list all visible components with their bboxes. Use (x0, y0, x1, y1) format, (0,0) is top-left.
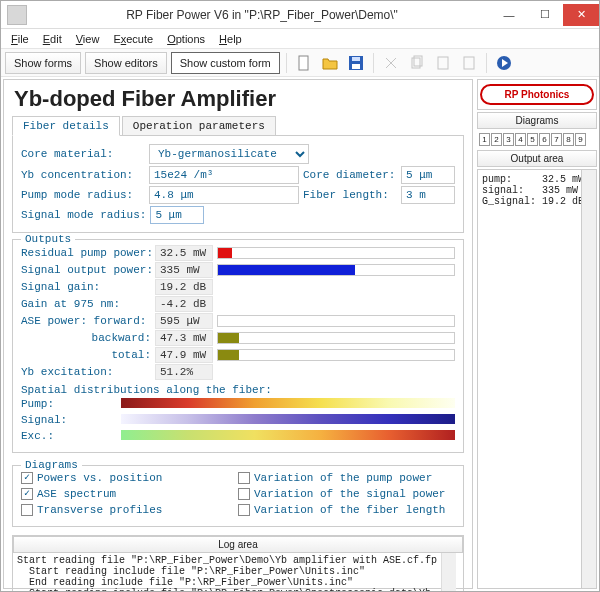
diagram-tab-5[interactable]: 5 (527, 133, 538, 146)
tab-bar: Fiber details Operation parameters (12, 116, 464, 136)
core-material-select[interactable]: Yb-germanosilicate (149, 144, 309, 164)
menu-options[interactable]: Options (161, 31, 211, 47)
residual-pump-value: 32.5 mW (155, 245, 213, 261)
maximize-button[interactable]: ☐ (527, 4, 563, 26)
signal-gradient (121, 414, 455, 424)
side-panel: RP Photonics Diagrams 1 2 3 4 5 6 7 8 9 … (477, 79, 597, 589)
variation-signal-checkbox[interactable]: Variation of the signal power (238, 488, 455, 500)
tab-fiber-details[interactable]: Fiber details (12, 116, 120, 136)
log-area-panel: Log area Start reading file "P:\RP_Fiber… (12, 535, 464, 592)
menu-view[interactable]: View (70, 31, 106, 47)
diagrams-panel-header: Diagrams (477, 112, 597, 129)
output-area-text[interactable]: pump: 32.5 mW signal: 335 mW G_signal: 1… (477, 169, 582, 589)
pump-mode-radius-label: Pump mode radius: (21, 189, 145, 201)
signal-mode-radius-label: Signal mode radius: (21, 209, 146, 221)
pump-gradient (121, 398, 455, 408)
copy-icon[interactable] (406, 52, 428, 74)
residual-pump-label: Residual pump power: (21, 247, 155, 259)
yb-concentration-input[interactable] (149, 166, 299, 184)
diagram-tab-9[interactable]: 9 (575, 133, 586, 146)
fiber-length-label: Fiber length: (303, 189, 397, 201)
ase-backward-bar (217, 332, 455, 344)
core-diameter-label: Core diameter: (303, 169, 397, 181)
show-custom-form-button[interactable]: Show custom form (171, 52, 280, 74)
close-button[interactable]: ✕ (563, 4, 599, 26)
pump-mode-radius-input[interactable] (149, 186, 299, 204)
ase-backward-value: 47.3 mW (155, 330, 213, 346)
residual-pump-bar (217, 247, 455, 259)
spatial-distributions-label: Spatial distributions along the fiber: (21, 384, 455, 396)
diagrams-legend: Diagrams (21, 459, 82, 471)
diagram-tab-8[interactable]: 8 (563, 133, 574, 146)
diagram-tab-3[interactable]: 3 (503, 133, 514, 146)
log-vertical-scrollbar[interactable] (441, 553, 456, 592)
diagrams-fieldset: Diagrams ✓Powers vs. position Variation … (12, 465, 464, 527)
exc-gradient (121, 430, 455, 440)
new-file-icon[interactable] (293, 52, 315, 74)
variation-length-checkbox[interactable]: Variation of the fiber length (238, 504, 455, 516)
pump-gradient-label: Pump: (21, 398, 71, 410)
diagram-tab-7[interactable]: 7 (551, 133, 562, 146)
window-title: RP Fiber Power V6 in "P:\RP_Fiber_Power\… (33, 8, 491, 22)
yb-excitation-value: 51.2% (155, 364, 213, 380)
ase-total-label: total: (21, 349, 155, 361)
signal-gradient-label: Signal: (21, 414, 71, 426)
ase-spectrum-checkbox[interactable]: ✓ASE spectrum (21, 488, 238, 500)
toolbar: Show forms Show editors Show custom form (1, 49, 599, 77)
svg-rect-2 (352, 64, 360, 69)
show-forms-button[interactable]: Show forms (5, 52, 81, 74)
output-vertical-scrollbar[interactable] (582, 169, 597, 589)
menu-execute[interactable]: Execute (107, 31, 159, 47)
diagram-tab-1[interactable]: 1 (479, 133, 490, 146)
minimize-button[interactable]: — (491, 4, 527, 26)
svg-rect-7 (464, 57, 474, 69)
rp-photonics-logo: RP Photonics (477, 79, 597, 110)
run-icon[interactable] (493, 52, 515, 74)
signal-mode-radius-input[interactable] (150, 206, 204, 224)
diagram-tab-buttons: 1 2 3 4 5 6 7 8 9 (477, 131, 597, 148)
ase-forward-value: 595 μW (155, 313, 213, 329)
signal-gain-value: 19.2 dB (155, 279, 213, 295)
tab-content: Core material: Yb-germanosilicate Yb con… (12, 136, 464, 233)
log-area-text[interactable]: Start reading file "P:\RP_Fiber_Power\De… (13, 553, 441, 592)
log-area-header: Log area (13, 536, 463, 553)
show-editors-button[interactable]: Show editors (85, 52, 167, 74)
menu-help[interactable]: Help (213, 31, 248, 47)
tab-operation-parameters[interactable]: Operation parameters (122, 116, 276, 135)
cut-icon[interactable] (380, 52, 402, 74)
menu-edit[interactable]: Edit (37, 31, 68, 47)
core-diameter-input[interactable] (401, 166, 455, 184)
output-area-header: Output area (477, 150, 597, 167)
diagram-tab-6[interactable]: 6 (539, 133, 550, 146)
signal-output-bar (217, 264, 455, 276)
signal-output-value: 335 mW (155, 262, 213, 278)
ase-total-bar (217, 349, 455, 361)
svg-rect-6 (438, 57, 448, 69)
transverse-profiles-checkbox[interactable]: Transverse profiles (21, 504, 238, 516)
app-icon (7, 5, 27, 25)
variation-pump-checkbox[interactable]: Variation of the pump power (238, 472, 455, 484)
svg-rect-3 (352, 57, 360, 61)
main-panel: Yb-doped Fiber Amplifier Fiber details O… (3, 79, 473, 589)
open-file-icon[interactable] (319, 52, 341, 74)
gain-975-label: Gain at 975 nm: (21, 298, 155, 310)
diagram-tab-2[interactable]: 2 (491, 133, 502, 146)
diagram-tab-4[interactable]: 4 (515, 133, 526, 146)
core-material-label: Core material: (21, 148, 145, 160)
gain-975-value: -4.2 dB (155, 296, 213, 312)
ase-total-value: 47.9 mW (155, 347, 213, 363)
powers-vs-position-checkbox[interactable]: ✓Powers vs. position (21, 472, 238, 484)
ase-backward-label: backward: (21, 332, 155, 344)
ase-forward-label: ASE power: forward: (21, 315, 155, 327)
svg-rect-0 (299, 56, 308, 70)
fiber-length-input[interactable] (401, 186, 455, 204)
paste-icon[interactable] (432, 52, 454, 74)
signal-gain-label: Signal gain: (21, 281, 155, 293)
delete-icon[interactable] (458, 52, 480, 74)
save-icon[interactable] (345, 52, 367, 74)
outputs-legend: Outputs (21, 233, 75, 245)
yb-excitation-label: Yb excitation: (21, 366, 155, 378)
signal-output-label: Signal output power: (21, 264, 155, 276)
menu-bar: File Edit View Execute Options Help (1, 29, 599, 49)
menu-file[interactable]: File (5, 31, 35, 47)
